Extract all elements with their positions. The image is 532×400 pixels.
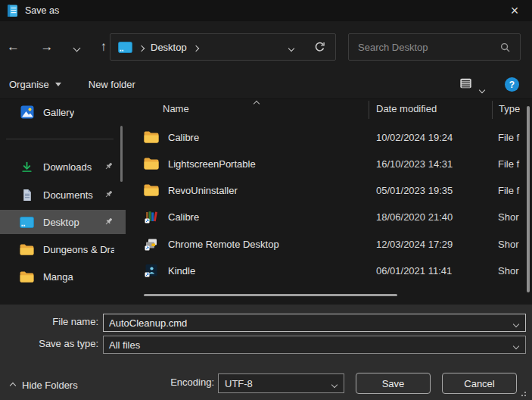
chevron-down-icon — [288, 45, 294, 51]
back-button[interactable]: ← — [5, 39, 22, 55]
sidebar-separator — [6, 139, 114, 139]
file-date: 10/02/2024 19:24 — [376, 132, 453, 143]
sort-ascending-icon — [254, 97, 259, 108]
hide-folders-label: Hide Folders — [22, 380, 78, 391]
window-title: Save as — [25, 5, 59, 16]
file-row-revouninstaller[interactable]: RevoUninstaller 05/01/2023 19:35 File f — [132, 178, 524, 202]
search-input[interactable] — [349, 42, 499, 53]
file-name: Calibre — [168, 211, 199, 223]
file-date: 18/06/2020 21:40 — [376, 211, 453, 223]
folder-icon — [144, 131, 159, 143]
recent-locations-button[interactable] — [72, 39, 82, 55]
file-row-chrome-remote-desktop[interactable]: Chrome Remote Desktop 12/03/2024 17:29 S… — [132, 232, 524, 256]
file-name-input[interactable] — [104, 317, 514, 329]
breadcrumb-chevron-icon[interactable] — [194, 42, 198, 53]
column-separator[interactable] — [369, 101, 369, 119]
file-date: 12/03/2024 17:29 — [376, 239, 453, 250]
chevron-down-icon — [479, 87, 485, 93]
folder-icon — [144, 184, 159, 196]
sidebar-item-documents[interactable]: Documents — [0, 183, 126, 207]
file-name: Calibre — [168, 132, 199, 143]
pin-icon — [104, 189, 114, 199]
refresh-button[interactable] — [313, 41, 326, 54]
file-list-horizontal-scrollbar[interactable] — [144, 294, 397, 296]
file-name: LightscreenPortable — [168, 158, 256, 170]
title-bar: Save as × — [0, 0, 532, 21]
chrome-remote-desktop-icon — [144, 237, 159, 251]
sidebar-item-label: Manga — [43, 271, 73, 283]
breadcrumb-desktop[interactable]: Desktop — [151, 42, 187, 53]
up-button[interactable]: ↑ — [98, 39, 110, 55]
address-bar[interactable]: Desktop — [110, 33, 336, 61]
chevron-down-icon — [332, 378, 337, 389]
sidebar-item-downloads[interactable]: Downloads — [0, 155, 126, 179]
column-header-name[interactable]: Name — [163, 103, 189, 114]
documents-icon — [20, 189, 34, 202]
kindle-shortcut-icon — [144, 264, 159, 277]
cancel-button[interactable]: Cancel — [442, 373, 517, 394]
calibre-shortcut-icon — [144, 210, 159, 223]
encoding-value: UTF-8 — [219, 378, 332, 389]
file-date: 05/01/2023 19:35 — [376, 185, 453, 196]
pin-icon — [104, 161, 114, 171]
encoding-combobox[interactable]: UTF-8 — [218, 373, 344, 393]
new-folder-button[interactable]: New folder — [89, 79, 135, 90]
file-name: Chrome Remote Desktop — [168, 239, 279, 250]
column-header-type[interactable]: Type — [499, 103, 520, 114]
file-name: Kindle — [168, 265, 195, 277]
file-type: Shor — [498, 239, 518, 250]
dropdown-triangle-icon — [55, 83, 61, 86]
file-type: File f — [498, 158, 519, 170]
resize-grip[interactable] — [521, 392, 526, 396]
notepad-icon — [7, 4, 19, 17]
chevron-up-icon — [10, 382, 16, 388]
view-mode-dropdown[interactable] — [480, 83, 484, 95]
command-toolbar: Organise New folder — [0, 70, 532, 98]
file-type: Shor — [498, 265, 518, 277]
file-row-calibre-folder[interactable]: Calibre 10/02/2024 19:24 File f — [132, 125, 524, 149]
desktop-icon — [20, 217, 34, 228]
folder-icon — [20, 271, 34, 283]
file-name-combobox — [103, 314, 526, 332]
file-date: 16/10/2023 14:31 — [376, 158, 453, 170]
hide-folders-button[interactable]: Hide Folders — [11, 380, 78, 391]
file-type: Shor — [498, 211, 518, 223]
file-name-label: File name: — [52, 316, 98, 327]
sidebar-item-label: Gallery — [43, 107, 74, 118]
column-separator[interactable] — [492, 101, 493, 119]
folder-icon — [20, 244, 34, 255]
file-list-vertical-scrollbar[interactable] — [527, 106, 530, 292]
sidebar-item-label: Dungeons & Dra — [43, 244, 114, 255]
file-type: File f — [498, 185, 519, 196]
sidebar-item-gallery[interactable]: Gallery — [0, 100, 126, 124]
save-as-dialog: Save as × ← → ↑ Desktop — [0, 0, 532, 400]
bottom-panel: File name: Save as type: All files Hide … — [0, 305, 532, 400]
save-button[interactable]: Save — [356, 373, 431, 394]
column-header-date-modified[interactable]: Date modified — [376, 103, 437, 114]
organise-button[interactable]: Organise — [9, 79, 61, 90]
downloads-icon — [20, 161, 34, 173]
help-button[interactable]: ? — [505, 77, 519, 92]
view-mode-button[interactable] — [459, 77, 473, 90]
pin-icon — [104, 217, 114, 227]
forward-button[interactable]: → — [39, 39, 56, 55]
sidebar-item-desktop[interactable]: Desktop — [0, 210, 126, 234]
file-row-calibre-shortcut[interactable]: Calibre 18/06/2020 21:40 Shor — [132, 205, 524, 229]
save-as-type-combobox[interactable]: All files — [103, 336, 526, 354]
file-date: 06/01/2021 11:41 — [376, 265, 452, 277]
file-row-lightscreenportable[interactable]: LightscreenPortable 16/10/2023 14:31 Fil… — [132, 152, 524, 176]
sidebar-item-label: Documents — [43, 189, 93, 201]
sidebar-item-label: Desktop — [43, 217, 79, 228]
organise-label: Organise — [9, 79, 49, 90]
file-row-kindle[interactable]: Kindle 06/01/2021 11:41 Shor — [132, 258, 524, 283]
address-dropdown-button[interactable] — [289, 42, 294, 53]
sidebar-item-manga[interactable]: Manga — [0, 264, 126, 289]
sidebar-item-dungeons[interactable]: Dungeons & Dra — [0, 237, 126, 261]
chevron-down-icon — [514, 339, 518, 351]
gallery-icon — [20, 105, 34, 119]
nav-buttons: ← → ↑ — [5, 33, 109, 61]
search-icon[interactable] — [499, 42, 511, 53]
close-button[interactable]: × — [502, 0, 527, 21]
sidebar-scrollbar[interactable] — [120, 126, 123, 182]
chevron-down-icon[interactable] — [514, 317, 518, 329]
